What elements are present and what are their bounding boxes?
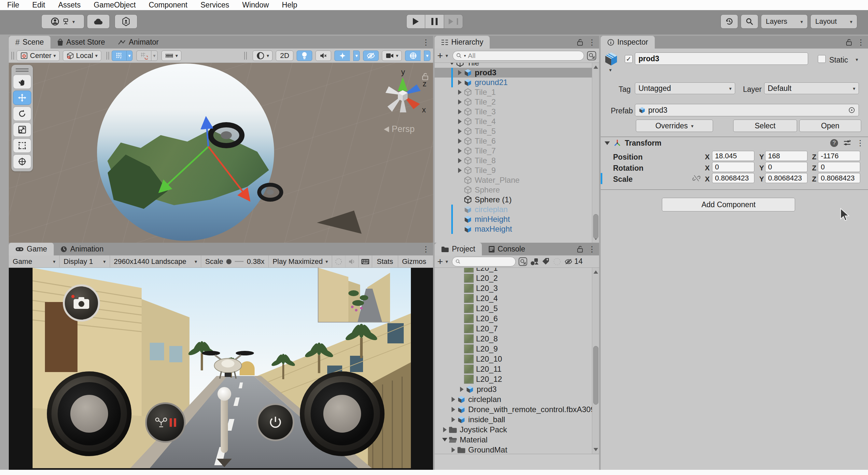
project-item[interactable]: Drone_with_remote_control.fbxA3095 [435, 404, 599, 414]
project-item[interactable]: L20_8 [435, 334, 599, 344]
move-tool-button[interactable] [13, 91, 31, 105]
rotate-tool-button[interactable] [13, 107, 31, 121]
scroll-thumb[interactable] [593, 346, 598, 405]
project-item[interactable]: L20_6 [435, 314, 599, 324]
gizmos-toggle[interactable] [405, 51, 421, 61]
increment-snap-toggle[interactable] [136, 51, 151, 61]
hidden-assets-counter[interactable]: 14 [564, 257, 583, 266]
prefab-field[interactable]: prod3 [635, 104, 859, 116]
hierarchy-item[interactable]: minHeight [435, 214, 599, 224]
right-joystick[interactable] [300, 372, 384, 456]
pivot-mode-dropdown[interactable]: Center ▾ [17, 51, 60, 61]
project-scrollbar[interactable] [592, 268, 599, 454]
hierarchy-search-input[interactable] [468, 52, 581, 60]
tab-animation[interactable]: Animation [54, 243, 110, 256]
menu-item[interactable]: GameObject [94, 1, 136, 9]
step-button[interactable] [444, 14, 463, 29]
static-dropdown-caret[interactable]: ▾ [856, 57, 858, 62]
vsync-toggle[interactable] [332, 256, 345, 267]
undo-history-button[interactable] [720, 14, 738, 29]
expand-arrow-icon[interactable] [456, 80, 463, 85]
favorites-icon[interactable] [553, 257, 561, 266]
cloud-button[interactable] [87, 14, 110, 29]
scroll-down-icon[interactable] [592, 446, 599, 453]
link-scale-icon[interactable] [692, 174, 700, 182]
grid-snap-dropdown[interactable]: ▾ [126, 51, 133, 61]
project-item[interactable]: L20_7 [435, 324, 599, 334]
scale-x-input[interactable] [712, 173, 754, 183]
search-button[interactable] [741, 14, 758, 29]
project-item[interactable]: prod3 [435, 384, 599, 394]
scale-y-input[interactable] [765, 173, 807, 183]
handle-rotation-dropdown[interactable]: Local ▾ [63, 51, 101, 61]
display-mode-dropdown[interactable]: Game▾ [9, 256, 60, 267]
help-icon[interactable]: ? [830, 139, 838, 147]
project-item[interactable]: L20_11 [435, 364, 599, 374]
scene-viewport[interactable]: y z x Persp [9, 63, 433, 243]
project-item[interactable]: Material [435, 435, 599, 445]
hierarchy-item[interactable]: Water_Plane [435, 175, 599, 185]
hierarchy-item[interactable]: prod3 [435, 68, 599, 78]
position-x-input[interactable] [712, 151, 754, 161]
toolbar-drag-handle[interactable] [11, 52, 14, 60]
hand-tool-button[interactable] [13, 75, 31, 89]
tab-animator[interactable]: Animator [111, 36, 165, 49]
expand-arrow-icon[interactable] [458, 387, 465, 392]
expand-arrow-icon[interactable] [450, 397, 457, 402]
expand-arrow-icon[interactable] [456, 129, 463, 134]
position-y-input[interactable] [765, 151, 807, 161]
project-item[interactable]: L20_10 [435, 354, 599, 364]
chevron-down-icon[interactable]: ▾ [446, 53, 448, 58]
throttle-slider[interactable] [221, 391, 228, 453]
tab-inspector[interactable]: Inspector [601, 36, 655, 49]
toolbar-drag-handle[interactable] [244, 52, 247, 60]
hierarchy-search[interactable]: ▾ [453, 51, 584, 61]
project-item[interactable]: L20_12 [435, 374, 599, 384]
tab-asset-store[interactable]: Asset Store [51, 36, 112, 49]
lock-icon[interactable] [577, 246, 584, 253]
menu-item[interactable]: Component [149, 1, 188, 9]
rotation-x-input[interactable] [712, 162, 754, 172]
layers-dropdown[interactable]: Layers ▾ [761, 14, 808, 29]
hierarchy-item[interactable]: Tile_5 [435, 126, 599, 136]
open-button[interactable]: Open [799, 120, 861, 132]
toolbar-drag-handle[interactable] [106, 52, 109, 60]
create-button[interactable]: + [437, 51, 443, 61]
effects-toggle[interactable] [334, 51, 350, 61]
project-item[interactable]: L20_1 [435, 268, 599, 273]
kebab-menu-icon[interactable]: ⋮ [422, 245, 430, 253]
expand-arrow-icon[interactable] [450, 417, 457, 422]
lock-icon[interactable] [577, 39, 584, 46]
slider-knob[interactable] [226, 259, 231, 264]
kebab-menu-icon[interactable]: ⋮ [588, 38, 596, 46]
account-button[interactable]: ▾ [41, 14, 84, 29]
scroll-up-icon[interactable] [592, 268, 599, 276]
menu-item[interactable]: Window [242, 1, 269, 9]
expand-arrow-icon[interactable] [441, 427, 448, 432]
effects-dropdown[interactable]: ▾ [353, 51, 360, 61]
hierarchy-item[interactable]: Tile_6 [435, 136, 599, 146]
play-button[interactable] [406, 14, 425, 29]
menu-item[interactable]: Edit [32, 1, 45, 9]
lighting-toggle[interactable] [297, 51, 312, 61]
search-in-scene-icon[interactable] [587, 51, 596, 61]
throttle-knob[interactable] [217, 387, 231, 401]
project-search[interactable] [452, 257, 516, 267]
chevron-down-icon[interactable]: ▾ [446, 259, 448, 264]
kebab-menu-icon[interactable]: ⋮ [856, 139, 864, 147]
expand-arrow-icon[interactable] [456, 70, 463, 75]
expand-arrow-icon[interactable] [456, 119, 463, 124]
project-item[interactable]: L20_2 [435, 273, 599, 283]
hierarchy-item[interactable]: Tile_4 [435, 117, 599, 126]
target-picker-icon[interactable] [848, 107, 855, 114]
2d-toggle[interactable]: 2D [276, 51, 293, 61]
hidden-objects-toggle[interactable] [363, 51, 379, 61]
hierarchy-scrollbar[interactable] [592, 63, 599, 243]
project-item[interactable]: L20_3 [435, 283, 599, 293]
stats-toggle[interactable]: Stats [372, 256, 398, 267]
hierarchy-item[interactable]: Tile_7 [435, 146, 599, 156]
audio-toggle[interactable] [315, 51, 331, 61]
expand-arrow-icon[interactable] [456, 168, 463, 173]
rotation-z-input[interactable] [818, 162, 860, 172]
screenshot-button[interactable] [63, 285, 100, 322]
